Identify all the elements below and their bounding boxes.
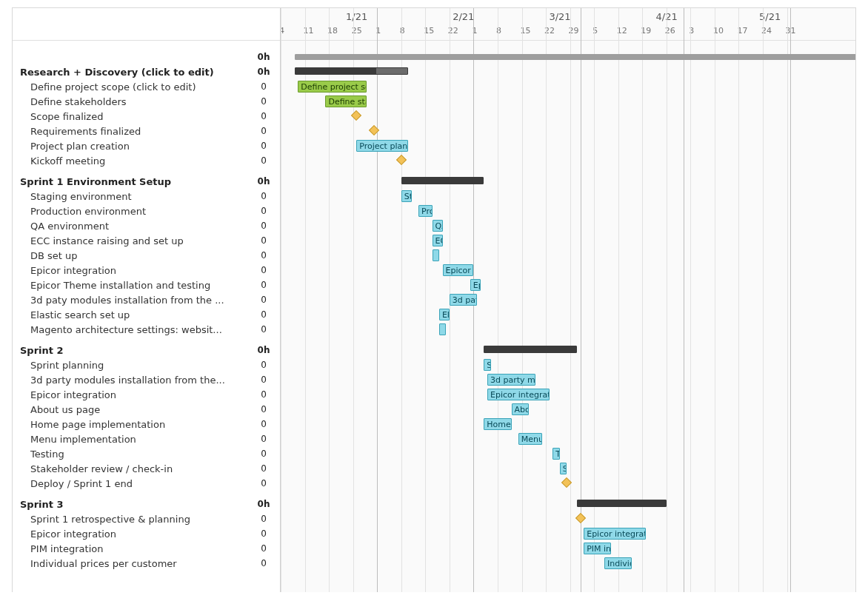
task-row[interactable]: Define stakeholders0 <box>13 94 280 109</box>
task-label[interactable]: Sprint 3 <box>20 499 247 510</box>
task-label[interactable]: About us page <box>20 404 247 415</box>
task-bar[interactable]: Ep <box>470 279 481 291</box>
task-label[interactable]: Epicor integration <box>20 265 247 276</box>
task-label[interactable]: Requirements finalized <box>20 126 247 137</box>
overall-summary-bar[interactable] <box>295 54 855 60</box>
task-bar[interactable]: Epicor integration <box>584 528 646 540</box>
task-label[interactable]: Testing <box>20 449 247 460</box>
task-row[interactable]: Elastic search set up0 <box>13 307 280 322</box>
task-label[interactable]: 3d party modules installation from the..… <box>20 375 247 386</box>
task-row[interactable]: Scope finalized0 <box>13 109 280 124</box>
timeline-panel[interactable]: 1/212/213/214/215/216/214111825181522181… <box>281 8 855 592</box>
task-row[interactable]: Epicor Theme installation and testing0 <box>13 278 280 292</box>
group-summary-bar[interactable] <box>401 177 484 184</box>
task-row[interactable]: Home page implementation0 <box>13 417 280 432</box>
task-bar[interactable]: EC <box>433 235 443 246</box>
group-row[interactable]: Sprint 30h <box>13 497 280 511</box>
milestone-icon[interactable] <box>561 477 572 488</box>
task-row[interactable]: About us page0 <box>13 402 280 417</box>
task-bar[interactable]: El <box>439 309 450 320</box>
task-label[interactable]: Stakeholder review / check-in <box>20 463 247 474</box>
task-label[interactable]: Kickoff meeting <box>20 155 247 167</box>
task-row[interactable]: DB set up0 <box>13 248 280 263</box>
task-bar[interactable] <box>433 249 439 261</box>
task-bar[interactable]: S <box>560 463 567 474</box>
task-label[interactable]: Project plan creation <box>20 141 247 152</box>
group-summary-bar[interactable] <box>484 346 577 353</box>
milestone-icon[interactable] <box>351 110 361 121</box>
task-row[interactable]: QA environment0 <box>13 218 280 233</box>
task-bar[interactable]: PIM int <box>584 543 611 554</box>
task-label[interactable]: Home page implementation <box>20 419 247 430</box>
task-label[interactable]: Menu implementation <box>20 434 247 445</box>
group-summary-bar[interactable] <box>295 67 408 75</box>
group-row[interactable]: Research + Discovery (click to edit)0h <box>13 64 280 79</box>
task-label[interactable]: PIM integration <box>20 543 247 554</box>
task-row[interactable]: 3d paty modules installation from the ..… <box>13 292 280 307</box>
task-row[interactable]: Kickoff meeting0 <box>13 153 280 168</box>
task-row[interactable]: Production environment0 <box>13 204 280 218</box>
task-label[interactable]: QA environment <box>20 221 247 232</box>
task-row[interactable]: Stakeholder review / check-in0 <box>13 461 280 476</box>
task-row[interactable]: Magento architecture settings: websit...… <box>13 322 280 337</box>
task-label[interactable]: Sprint 1 retrospective & planning <box>20 514 247 525</box>
task-bar[interactable]: Epicor in <box>443 264 474 276</box>
group-row[interactable]: 0h <box>13 50 280 64</box>
task-bar[interactable]: Pro <box>418 205 433 217</box>
task-bar[interactable]: St <box>401 190 412 202</box>
task-label[interactable]: Scope finalized <box>20 111 247 122</box>
task-label[interactable]: Research + Discovery (click to edit) <box>20 67 247 78</box>
group-row[interactable]: Sprint 1 Environment Setup0h <box>13 174 280 189</box>
task-label[interactable]: Elastic search set up <box>20 309 247 320</box>
task-label[interactable]: Epicor integration <box>20 389 247 400</box>
task-label[interactable]: 3d paty modules installation from the ..… <box>20 295 247 306</box>
task-bar[interactable]: Individu <box>604 557 632 569</box>
milestone-icon[interactable] <box>368 125 378 135</box>
task-row[interactable]: Sprint 1 retrospective & planning0 <box>13 511 280 526</box>
task-row[interactable]: Epicor integration0 <box>13 526 280 541</box>
task-bar[interactable]: QA <box>433 220 443 232</box>
task-label[interactable]: Individual prices per customer <box>20 558 247 569</box>
task-bar[interactable] <box>439 323 446 335</box>
task-row[interactable]: Requirements finalized0 <box>13 124 280 138</box>
task-label[interactable]: Epicor integration <box>20 528 247 540</box>
task-row[interactable]: 3d party modules installation from the..… <box>13 372 280 387</box>
milestone-icon[interactable] <box>396 155 407 165</box>
task-bar[interactable]: Define project scope ( <box>298 81 367 93</box>
task-row[interactable]: Menu implementation0 <box>13 432 280 446</box>
task-label[interactable]: Sprint planning <box>20 360 247 371</box>
task-bar[interactable]: Menu i <box>518 433 543 445</box>
task-bar[interactable]: Define stake <box>325 95 367 107</box>
task-bar[interactable]: 3d party modu <box>487 374 535 386</box>
task-bar[interactable]: Project plan cre <box>356 140 408 152</box>
task-row[interactable]: Sprint planning0 <box>13 357 280 372</box>
task-bar[interactable]: Home p <box>484 418 511 430</box>
task-row[interactable]: Epicor integration0 <box>13 263 280 278</box>
task-label[interactable]: Epicor Theme installation and testing <box>20 280 247 291</box>
task-row[interactable]: PIM integration0 <box>13 541 280 556</box>
task-row[interactable]: Define project scope (click to edit)0 <box>13 79 280 94</box>
task-label[interactable]: Staging environment <box>20 191 247 202</box>
task-row[interactable]: Testing0 <box>13 446 280 461</box>
task-label[interactable]: ECC instance raising and set up <box>20 235 247 246</box>
task-row[interactable]: Staging environment0 <box>13 189 280 204</box>
task-label[interactable]: Sprint 1 Environment Setup <box>20 176 247 187</box>
task-label[interactable]: Production environment <box>20 206 247 217</box>
task-bar[interactable]: Abo <box>512 403 529 415</box>
task-bar[interactable]: 3d paty <box>450 294 477 306</box>
task-label[interactable]: Define project scope (click to edit) <box>20 81 247 93</box>
task-row[interactable]: Epicor integration0 <box>13 387 280 402</box>
task-label[interactable]: Magento architecture settings: websit... <box>20 324 247 335</box>
task-row[interactable]: Deploy / Sprint 1 end0 <box>13 476 280 491</box>
task-bar[interactable]: Epicor integration <box>487 389 550 400</box>
group-summary-bar[interactable] <box>577 500 667 507</box>
task-label[interactable]: Deploy / Sprint 1 end <box>20 478 247 489</box>
task-row[interactable]: ECC instance raising and set up0 <box>13 233 280 248</box>
task-bar[interactable]: T <box>552 448 559 460</box>
task-row[interactable]: Project plan creation0 <box>13 138 280 153</box>
milestone-icon[interactable] <box>575 513 585 523</box>
task-label[interactable]: DB set up <box>20 250 247 261</box>
task-bar[interactable]: S <box>484 359 490 371</box>
task-label[interactable]: Define stakeholders <box>20 96 247 107</box>
group-row[interactable]: Sprint 20h <box>13 343 280 357</box>
